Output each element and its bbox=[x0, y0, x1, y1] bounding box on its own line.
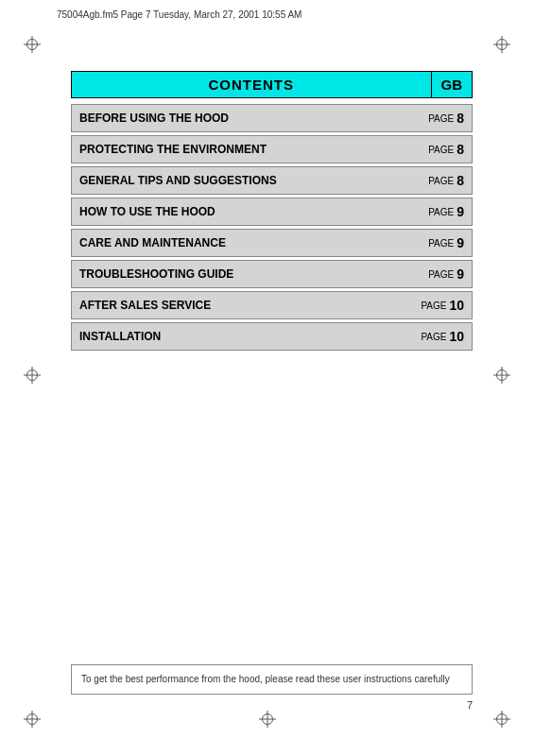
toc-page-num-care: 9 bbox=[456, 235, 464, 250]
toc-label-general-tips: GENERAL TIPS AND SUGGESTIONS bbox=[72, 167, 421, 194]
crosshair-bottom-left bbox=[24, 711, 41, 728]
toc-row-before-using: BEFORE USING THE HOODPAGE8 bbox=[71, 104, 473, 132]
toc-row-after-sales: AFTER SALES SERVICEPAGE10 bbox=[71, 291, 473, 319]
filename-label: 75004Agb.fm5 Page 7 Tuesday, March 27, 2… bbox=[57, 9, 301, 20]
toc-page-troubleshooting: PAGE9 bbox=[421, 261, 472, 287]
toc-row-care: CARE AND MAINTENANCEPAGE9 bbox=[71, 229, 473, 257]
toc-row-protecting: PROTECTING THE ENVIRONMENTPAGE8 bbox=[71, 135, 473, 163]
toc-page-word-installation: PAGE bbox=[421, 332, 446, 342]
toc-page-before-using: PAGE8 bbox=[421, 105, 472, 131]
toc-label-before-using: BEFORE USING THE HOOD bbox=[72, 105, 421, 131]
toc-row-troubleshooting: TROUBLESHOOTING GUIDEPAGE9 bbox=[71, 260, 473, 288]
toc-page-protecting: PAGE8 bbox=[421, 136, 472, 163]
toc-label-troubleshooting: TROUBLESHOOTING GUIDE bbox=[72, 261, 421, 287]
toc-page-care: PAGE9 bbox=[421, 230, 472, 256]
toc-page-num-general-tips: 8 bbox=[456, 173, 464, 188]
toc-row-installation: INSTALLATIONPAGE10 bbox=[71, 322, 473, 351]
toc-page-general-tips: PAGE8 bbox=[421, 167, 472, 194]
crosshair-mid-right bbox=[493, 367, 510, 384]
toc-page-num-before-using: 8 bbox=[456, 111, 464, 126]
toc-page-how-to-use: PAGE9 bbox=[421, 198, 472, 225]
toc-page-word-after-sales: PAGE bbox=[421, 301, 446, 311]
gb-label: GB bbox=[431, 72, 473, 97]
crosshair-bottom-right bbox=[493, 711, 510, 728]
contents-title: CONTENTS bbox=[72, 72, 431, 97]
page: 75004Agb.fm5 Page 7 Tuesday, March 27, 2… bbox=[0, 0, 534, 756]
crosshair-bottom-mid bbox=[259, 711, 276, 728]
footer-note-text: To get the best performance from the hoo… bbox=[81, 674, 450, 684]
toc-row-how-to-use: HOW TO USE THE HOODPAGE9 bbox=[71, 198, 473, 226]
toc-page-word-before-using: PAGE bbox=[428, 113, 454, 124]
toc-list: BEFORE USING THE HOODPAGE8PROTECTING THE… bbox=[71, 104, 473, 351]
crosshair-mid-left bbox=[24, 367, 41, 384]
toc-page-num-troubleshooting: 9 bbox=[456, 266, 464, 282]
toc-page-word-protecting: PAGE bbox=[428, 145, 454, 155]
toc-label-how-to-use: HOW TO USE THE HOOD bbox=[72, 198, 421, 225]
toc-page-num-protecting: 8 bbox=[456, 142, 464, 157]
contents-header: CONTENTS GB bbox=[71, 71, 473, 98]
toc-page-installation: PAGE10 bbox=[413, 323, 472, 350]
toc-label-protecting: PROTECTING THE ENVIRONMENT bbox=[72, 136, 421, 163]
toc-page-num-after-sales: 10 bbox=[449, 298, 464, 313]
toc-page-after-sales: PAGE10 bbox=[413, 292, 472, 318]
toc-label-after-sales: AFTER SALES SERVICE bbox=[72, 292, 413, 318]
toc-page-word-care: PAGE bbox=[428, 238, 454, 249]
toc-page-num-installation: 10 bbox=[449, 329, 464, 344]
content-area: CONTENTS GB BEFORE USING THE HOODPAGE8PR… bbox=[71, 71, 473, 662]
toc-page-word-how-to-use: PAGE bbox=[428, 207, 454, 217]
crosshair-top-left bbox=[24, 36, 41, 53]
footer-note: To get the best performance from the hoo… bbox=[71, 664, 473, 695]
toc-page-word-troubleshooting: PAGE bbox=[428, 269, 454, 280]
crosshair-top-right bbox=[493, 36, 510, 53]
toc-page-num-how-to-use: 9 bbox=[456, 204, 464, 219]
page-number: 7 bbox=[467, 699, 473, 711]
toc-row-general-tips: GENERAL TIPS AND SUGGESTIONSPAGE8 bbox=[71, 166, 473, 195]
toc-page-word-general-tips: PAGE bbox=[428, 176, 454, 186]
header-bar: 75004Agb.fm5 Page 7 Tuesday, March 27, 2… bbox=[57, 9, 477, 20]
toc-label-installation: INSTALLATION bbox=[72, 323, 413, 350]
toc-label-care: CARE AND MAINTENANCE bbox=[72, 230, 421, 256]
